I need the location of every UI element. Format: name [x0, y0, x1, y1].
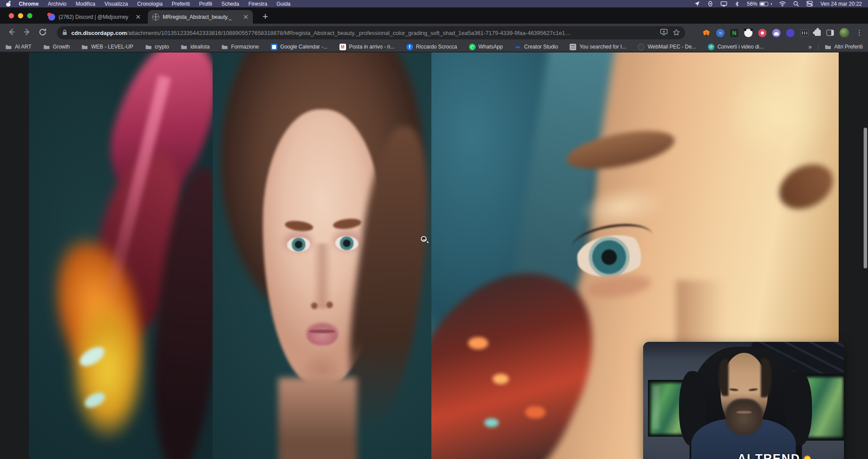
facebook-icon — [406, 44, 413, 50]
artwork-abstract-panel — [29, 52, 213, 459]
ghost-extension-icon[interactable] — [772, 29, 780, 37]
bookmark-folder-growth[interactable]: Growth — [43, 44, 70, 50]
window-minimize-button[interactable] — [18, 13, 23, 18]
location-arrow-icon[interactable] — [694, 1, 700, 7]
scrollbar-thumb[interactable] — [864, 128, 867, 268]
bookmark-star-icon[interactable] — [673, 29, 680, 37]
bookmark-folder-formazione[interactable]: Formazione — [221, 44, 259, 50]
bookmark-label: Posta in arrivo - ri... — [349, 44, 395, 50]
bookmark-folder-crypto[interactable]: crypto — [145, 44, 169, 50]
bookmark-folder-web-level-up[interactable]: WEB - LEVEL-UP — [81, 44, 133, 50]
menu-finestra[interactable]: Finestra — [248, 1, 267, 7]
gmail-icon — [340, 44, 346, 50]
bookmark-label: WEB - LEVEL-UP — [91, 44, 133, 50]
bookmark-google-calendar[interactable]: Google Calendar -... — [271, 44, 328, 50]
tab-image-attachment[interactable]: MRregista_Abstract_beauty._ ✕ — [148, 10, 253, 24]
battery-indicator[interactable]: 56% ⚡ — [747, 1, 772, 7]
chrome-menu-icon[interactable]: ⋮ — [855, 29, 864, 36]
menu-modifica[interactable]: Modifica — [76, 1, 95, 7]
menu-profili[interactable]: Profili — [199, 1, 212, 7]
webmail-icon — [638, 44, 644, 50]
chrome-tabstrip: (2762) Discord | @Midjourney ✕ MRregista… — [0, 7, 868, 24]
metamask-extension-icon[interactable] — [702, 29, 710, 37]
bookmark-converti-video[interactable]: Converti i video di... — [708, 44, 763, 50]
bookmark-facebook-profile[interactable]: Riccardo Scrocca — [406, 44, 457, 50]
artwork-portrait-panel — [213, 52, 431, 459]
forward-button[interactable] — [23, 28, 32, 38]
control-center-icon[interactable] — [806, 1, 813, 7]
menu-guida[interactable]: Guida — [276, 1, 290, 7]
lock-icon[interactable] — [62, 29, 67, 37]
channel-watermark: AI TREND — [738, 452, 811, 459]
bookmark-label: Google Calendar -... — [280, 44, 328, 50]
bookmark-folder-ai-art[interactable]: AI ART — [5, 44, 32, 50]
tab-close-icon[interactable]: ✕ — [243, 14, 248, 20]
convert-icon — [708, 44, 714, 50]
address-bar[interactable]: cdn.discordapp.com /attachments/10135123… — [57, 26, 685, 39]
bookmark-webmail-pec[interactable]: WebMail PEC - De... — [638, 44, 696, 50]
reload-button[interactable] — [38, 28, 47, 38]
webcam-overlay: AI TREND — [643, 342, 844, 459]
tab-close-icon[interactable]: ✕ — [135, 14, 141, 20]
bookmark-folder-idealista[interactable]: idealista — [181, 44, 210, 50]
bookmark-label: Creator Studio — [524, 44, 558, 50]
whatsapp-icon — [469, 44, 476, 50]
bookmarks-overflow-chevron[interactable]: » — [808, 43, 812, 50]
menu-preferiti[interactable]: Preferiti — [172, 1, 190, 7]
wave-extension-icon[interactable] — [716, 29, 724, 37]
install-app-icon[interactable] — [660, 29, 668, 37]
back-button[interactable] — [7, 28, 16, 38]
zoom-out-cursor — [421, 236, 428, 243]
battery-percent-label: 56% — [747, 1, 757, 7]
red-extension-icon[interactable] — [758, 29, 766, 37]
tab-discord[interactable]: (2762) Discord | @Midjourney ✕ — [44, 10, 145, 24]
menubar-clock[interactable]: Ven 24 mar 20:22 — [820, 1, 862, 7]
bookmark-label: crypto — [155, 44, 169, 50]
folder-icon — [181, 44, 187, 49]
indigo-extension-icon[interactable] — [786, 29, 794, 37]
bookmark-label: Converti i video di... — [718, 44, 763, 50]
bluetooth-icon[interactable] — [735, 1, 739, 7]
bookmark-creator-studio[interactable]: Creator Studio — [514, 44, 558, 50]
url-domain: cdn.discordapp.com — [71, 30, 127, 36]
bookmark-you-searched[interactable]: You searched for I... — [570, 44, 626, 50]
bookmark-whatsapp[interactable]: WhatsApp — [469, 44, 503, 50]
globe-favicon — [152, 14, 159, 21]
profile-avatar[interactable] — [840, 28, 849, 38]
menu-archivio[interactable]: Archivio — [48, 1, 66, 7]
google-calendar-icon — [271, 44, 277, 50]
meta-icon — [514, 44, 521, 50]
bookmark-label: WhatsApp — [479, 44, 503, 50]
url-path: /attachments/1013512335442333816/1088905… — [127, 30, 655, 36]
keyboard-extension-icon[interactable] — [800, 30, 809, 36]
wifi-icon[interactable] — [779, 1, 786, 7]
notion-extension-icon[interactable] — [730, 29, 738, 37]
side-panel-icon[interactable] — [826, 30, 834, 36]
panda-extension-icon[interactable] — [744, 29, 752, 37]
watermark-text: AI TREND — [738, 452, 801, 459]
folder-icon — [825, 44, 831, 49]
spotlight-search-icon[interactable] — [793, 1, 799, 7]
tab-title: (2762) Discord | @Midjourney — [59, 14, 132, 20]
bookmark-gmail-inbox[interactable]: Posta in arrivo - ri... — [340, 44, 395, 50]
apple-menu-icon[interactable] — [6, 1, 11, 7]
extensions-puzzle-icon[interactable] — [815, 30, 821, 36]
new-tab-button[interactable]: + — [262, 12, 268, 21]
menu-chrome[interactable]: Chrome — [19, 1, 38, 7]
bookmark-other-favorites[interactable]: Altri Preferiti — [825, 44, 863, 50]
window-close-button[interactable] — [9, 13, 14, 18]
display-mirroring-icon[interactable] — [721, 1, 727, 7]
bookmark-label: idealista — [190, 44, 210, 50]
window-zoom-button[interactable] — [27, 13, 32, 18]
page-scrollbar[interactable] — [864, 105, 867, 459]
status-capsule-icon[interactable] — [707, 1, 713, 7]
bookmark-label: Formazione — [231, 44, 259, 50]
bookmarks-divider — [818, 44, 819, 50]
menu-scheda[interactable]: Scheda — [221, 1, 239, 7]
menu-cronologia[interactable]: Cronologia — [137, 1, 163, 7]
bookmark-label: Growth — [53, 44, 70, 50]
macos-menubar: Chrome Archivio Modifica Visualizza Cron… — [0, 0, 868, 7]
menu-visualizza[interactable]: Visualizza — [105, 1, 128, 7]
folder-icon — [81, 44, 88, 49]
toolbar-extensions-area: ⋮ — [702, 24, 864, 42]
